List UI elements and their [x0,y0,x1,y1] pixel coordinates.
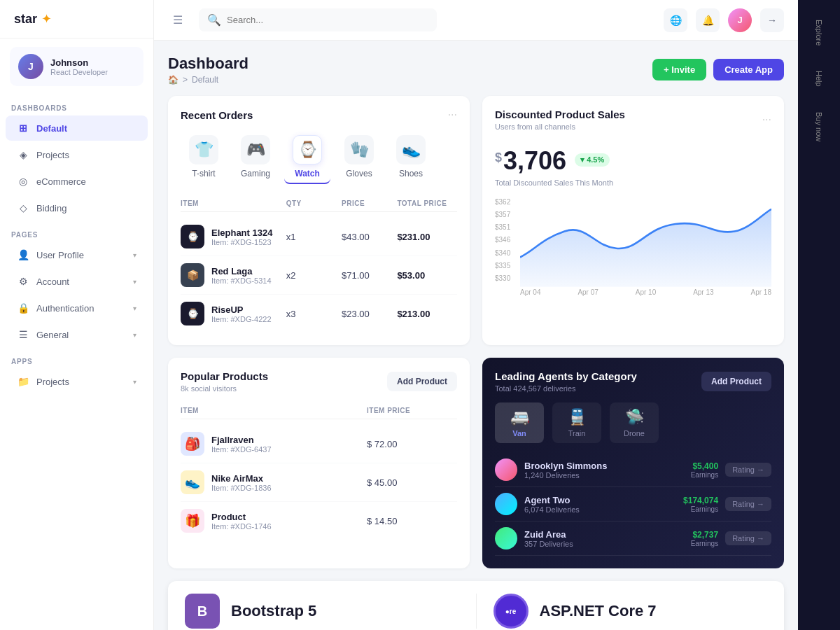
header-actions: + Invite Create App [652,59,784,80]
agent-avatar [495,458,517,481]
item-id: Item: #XDG-1746 [211,522,272,531]
topbar-icon-bell[interactable]: 🔔 [696,8,720,32]
item-id: Item: #XDG-1836 [211,484,272,492]
search-input[interactable] [227,15,428,25]
price-cell: $ 45.00 [367,477,457,488]
general-icon: ☰ [17,328,29,341]
tab-gloves[interactable]: 🧤 Gloves [336,131,382,184]
sidebar-item-projects-app[interactable]: 📁 Projects ▾ [6,369,148,394]
tab-van[interactable]: 🚐 Van [495,402,544,443]
user-name: Johnson [50,57,108,68]
dashboards-section-label: DASHBOARDS [0,94,153,115]
sidebar-item-general[interactable]: ☰ General ▾ [6,322,148,347]
item-info: ⌚ Elephant 1324 Item: #XDG-1523 [181,225,281,248]
aspnet-promo: ●re ASP.NET Core 7 [493,594,768,629]
aspnet-label: ASP.NET Core 7 [540,602,657,620]
agent-deliveries: 357 Deliveries [524,540,573,548]
rating-button[interactable]: Rating → [725,463,771,477]
qty-cell: x1 [286,232,336,242]
total-cell: $231.00 [397,232,457,242]
item-name: Nike AirMax [211,473,272,484]
chevron-down-icon: ▾ [133,251,136,259]
buy-now-button[interactable]: Buy now [812,106,826,147]
x-label: Apr 07 [578,288,598,296]
user-card: J Johnson React Developer [10,47,144,86]
item-info: 📦 Red Laga Item: #XDG-5314 [181,263,281,287]
search-box: 🔍 [199,8,437,31]
agent-avatar [495,493,517,515]
drone-icon: 🛸 [625,408,644,426]
rating-button[interactable]: Rating → [725,497,771,511]
agent-earnings: $5,400 [691,461,718,471]
bootstrap-logo: B [185,594,220,629]
user-icon: 👤 [17,248,29,261]
x-label: Apr 04 [520,288,540,296]
amount-value: 3,706 [503,146,566,176]
user-role: React Developer [50,68,108,76]
sidebar-item-default[interactable]: ⊞ Default [6,115,148,141]
chevron-down-icon: ▾ [133,278,136,286]
topbar-icon-arrow[interactable]: → [760,8,784,32]
discount-amount: $ 3,706 [495,146,566,176]
add-product-dark-button[interactable]: Add Product [701,372,771,391]
breadcrumb-home-icon[interactable]: 🏠 [168,75,178,85]
sidebar-item-account[interactable]: ⚙ Account ▾ [6,269,148,294]
price-cell: $ 14.50 [367,516,457,526]
col-total: TOTAL PRICE [397,200,457,207]
breadcrumb: 🏠 > Default [168,75,248,85]
item-name: Fjallraven [211,435,272,445]
item-name: Elephant 1324 [211,227,272,238]
sidebar-item-authentication[interactable]: 🔒 Authentication ▾ [6,295,148,321]
popular-products-card: Popular Products 8k social visitors Add … [168,358,470,568]
tab-train-label: Train [568,429,586,438]
item-icon: ⌚ [181,302,204,326]
explore-button[interactable]: Explore [812,14,826,51]
topbar: ☰ 🔍 🌐 🔔 J → [154,0,798,41]
add-product-button[interactable]: Add Product [387,372,457,391]
page-title: Dashboard [168,55,248,73]
sidebar-item-label: User Profile [36,250,126,260]
card-menu-icon[interactable]: ··· [762,113,771,126]
rating-button[interactable]: Rating → [725,531,771,545]
discount-subtitle: Users from all channels [495,122,625,131]
x-label: Apr 13 [693,288,713,296]
page-header-left: Dashboard 🏠 > Default [168,55,248,85]
tab-drone[interactable]: 🛸 Drone [610,402,659,443]
y-label: $362 [495,198,510,206]
y-label: $357 [495,211,510,218]
van-icon: 🚐 [510,408,529,426]
agent-name: Agent Two [524,495,580,505]
tab-train[interactable]: 🚆 Train [552,402,601,443]
currency-symbol: $ [495,150,502,165]
leading-agents-card: Leading Agents by Category Total 424,567… [482,358,784,568]
tab-shoes[interactable]: 👟 Shoes [388,131,434,184]
tab-tshirt[interactable]: 👕 T-shirt [181,131,227,184]
sidebar-item-label: General [36,330,126,340]
card-menu-icon[interactable]: ··· [448,108,457,121]
agent-deliveries: 6,074 Deliveries [524,505,580,514]
earnings-label: Earnings [691,540,718,547]
create-app-button[interactable]: Create App [713,59,784,80]
sidebar-item-label: Default [36,123,136,134]
help-button[interactable]: Help [812,65,826,92]
qty-cell: x2 [286,270,336,281]
sidebar-item-bidding[interactable]: ◇ Bidding [6,195,148,220]
tab-gaming[interactable]: 🎮 Gaming [232,131,279,184]
item-name: RiseUP [211,304,272,315]
topbar-avatar[interactable]: J [728,8,752,32]
tab-watch[interactable]: ⌚ Watch [284,131,330,184]
chart-x-labels: Apr 04 Apr 07 Apr 10 Apr 13 Apr 18 [520,288,771,296]
invite-button[interactable]: + Invite [652,59,706,80]
card-header: Popular Products 8k social visitors Add … [181,370,457,393]
agent-tabs: 🚐 Van 🚆 Train 🛸 Drone [495,402,771,443]
y-label: $351 [495,223,510,231]
sidebar-item-ecommerce[interactable]: ◎ eCommerce [6,169,148,194]
logo-star: ✦ [41,11,52,27]
topbar-right: 🌐 🔔 J → [664,8,784,32]
sidebar-item-projects[interactable]: ◈ Projects [6,142,148,167]
sidebar-item-user-profile[interactable]: 👤 User Profile ▾ [6,242,148,267]
topbar-icon-globe[interactable]: 🌐 [664,8,687,32]
item-icon: 👟 [181,470,204,494]
collapse-button[interactable]: ☰ [168,10,188,30]
shoes-icon: 👟 [396,135,426,164]
